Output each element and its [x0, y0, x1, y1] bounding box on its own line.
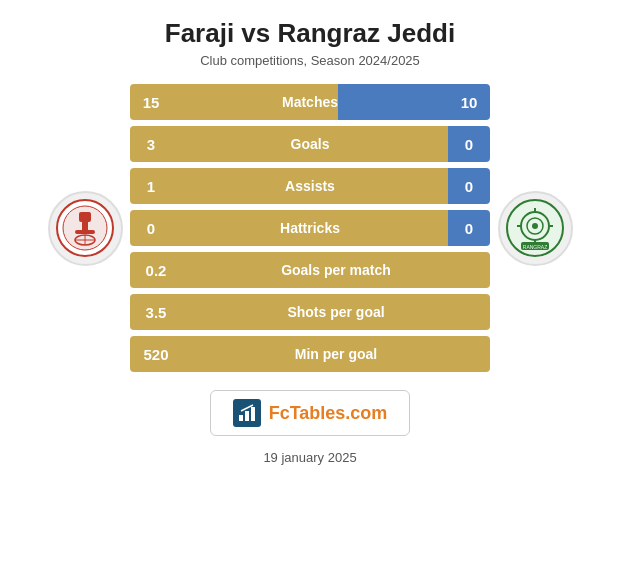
svg-rect-4 [75, 230, 95, 234]
stat-row-goals: 3Goals0 [130, 126, 490, 162]
header: Faraji vs Rangraz Jeddi Club competition… [165, 18, 455, 68]
stat-left-val-assists: 1 [130, 168, 172, 204]
svg-rect-19 [245, 411, 249, 421]
stat-left-val-matches: 15 [130, 84, 172, 120]
stat-row-hattricks: 0Hattricks0 [130, 210, 490, 246]
stat-label-hattricks: Hattricks [280, 220, 340, 236]
fctables-text: FcTables.com [269, 403, 388, 424]
svg-rect-2 [79, 212, 91, 222]
stat-right-val-hattricks: 0 [448, 210, 490, 246]
stat-label-wrap-assists: Assists [172, 168, 448, 204]
stat-left-val-shots-per-goal: 3.5 [130, 294, 182, 330]
svg-rect-20 [251, 407, 255, 421]
rangraz-logo: RANGRAZ [498, 191, 573, 266]
stat-label-wrap-matches: Matches [172, 84, 448, 120]
stat-label-goals: Goals [291, 136, 330, 152]
stat-label-matches: Matches [282, 94, 338, 110]
fctables-icon [233, 399, 261, 427]
stat-left-val-hattricks: 0 [130, 210, 172, 246]
stat-row-min-per-goal: 520Min per goal [130, 336, 490, 372]
stat-row-shots-per-goal: 3.5Shots per goal [130, 294, 490, 330]
stat-label-goals-per-match: Goals per match [182, 252, 490, 288]
stat-right-val-goals: 0 [448, 126, 490, 162]
faraji-logo-container [40, 191, 130, 266]
page-subtitle: Club competitions, Season 2024/2025 [165, 53, 455, 68]
svg-point-11 [532, 223, 538, 229]
stat-left-val-goals: 3 [130, 126, 172, 162]
blue-fill-matches [338, 84, 448, 120]
svg-text:RANGRAZ: RANGRAZ [523, 244, 547, 250]
main-content: 15Matches103Goals01Assists00Hattricks00.… [0, 84, 620, 372]
faraji-logo [48, 191, 123, 266]
stat-right-val-matches: 10 [448, 84, 490, 120]
stat-left-val-min-per-goal: 520 [130, 336, 182, 372]
footer-date: 19 january 2025 [263, 450, 356, 465]
svg-rect-18 [239, 415, 243, 421]
stat-right-val-assists: 0 [448, 168, 490, 204]
stat-label-wrap-hattricks: Hattricks [172, 210, 448, 246]
stat-left-val-goals-per-match: 0.2 [130, 252, 182, 288]
svg-rect-3 [82, 222, 88, 230]
fctables-logo[interactable]: FcTables.com [210, 390, 411, 436]
stat-label-assists: Assists [285, 178, 335, 194]
stat-label-min-per-goal: Min per goal [182, 336, 490, 372]
stat-label-wrap-goals: Goals [172, 126, 448, 162]
stat-label-shots-per-goal: Shots per goal [182, 294, 490, 330]
stats-column: 15Matches103Goals01Assists00Hattricks00.… [130, 84, 490, 372]
stat-row-assists: 1Assists0 [130, 168, 490, 204]
stat-row-goals-per-match: 0.2Goals per match [130, 252, 490, 288]
rangraz-logo-container: RANGRAZ [490, 191, 580, 266]
page-title: Faraji vs Rangraz Jeddi [165, 18, 455, 49]
stat-row-matches: 15Matches10 [130, 84, 490, 120]
